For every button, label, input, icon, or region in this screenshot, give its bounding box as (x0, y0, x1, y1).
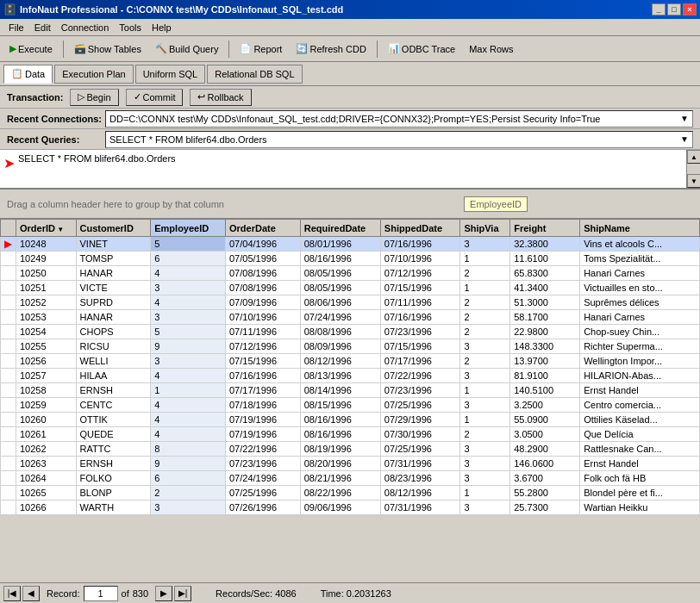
table-cell[interactable]: Rattlesnake Can... (580, 442, 700, 457)
table-cell[interactable]: 07/19/1996 (225, 427, 300, 442)
table-cell[interactable]: 10257 (16, 369, 77, 383)
table-cell[interactable]: 58.1700 (510, 310, 580, 325)
table-cell[interactable]: 08/09/1996 (300, 339, 380, 354)
table-cell[interactable]: 3 (460, 339, 510, 354)
table-row[interactable]: 10260OTTIK407/19/199608/16/199607/29/199… (1, 413, 700, 427)
table-cell[interactable]: 5 (151, 237, 226, 252)
table-cell[interactable]: ERNSH (76, 383, 151, 398)
col-header-orderid[interactable]: OrderID (16, 220, 77, 237)
menu-file[interactable]: File (3, 21, 29, 34)
table-cell[interactable]: 07/11/1996 (225, 325, 300, 339)
menu-tools[interactable]: Tools (114, 21, 147, 34)
table-cell[interactable]: 10254 (16, 325, 77, 339)
table-cell[interactable]: 10253 (16, 310, 77, 325)
table-cell[interactable]: 3 (460, 237, 510, 252)
table-cell[interactable]: 07/17/1996 (225, 383, 300, 398)
table-cell[interactable]: 07/25/1996 (380, 442, 460, 457)
table-row[interactable]: 10257HILAA407/16/199608/13/199607/22/199… (1, 369, 700, 383)
table-cell[interactable]: 10256 (16, 354, 77, 369)
table-cell[interactable]: 07/31/1996 (380, 457, 460, 471)
table-cell[interactable]: BLONP (76, 486, 151, 500)
refresh-cdd-button[interactable]: 🔄 Refresh CDD (290, 39, 372, 59)
table-cell[interactable]: 10252 (16, 295, 77, 310)
table-cell[interactable]: Hanari Carnes (580, 266, 700, 281)
table-cell[interactable]: Suprêmes délices (580, 295, 700, 310)
table-cell[interactable]: 3 (460, 442, 510, 457)
table-cell[interactable]: TOMSP (76, 252, 151, 266)
table-row[interactable]: 10259CENTC407/18/199608/15/199607/25/199… (1, 398, 700, 413)
table-cell[interactable]: Blondel père et fi... (580, 486, 700, 500)
begin-button[interactable]: ▷ Begin (70, 89, 118, 106)
nav-first[interactable]: |◀ (3, 586, 21, 601)
table-cell[interactable]: 32.3800 (510, 237, 580, 252)
table-cell[interactable]: Que Delícia (580, 427, 700, 442)
table-cell[interactable]: 4 (151, 266, 226, 281)
table-cell[interactable]: HILAA (76, 369, 151, 383)
table-cell[interactable]: 51.3000 (510, 295, 580, 310)
table-cell[interactable]: 2 (460, 310, 510, 325)
table-cell[interactable]: RATTC (76, 442, 151, 457)
table-cell[interactable]: 10265 (16, 486, 77, 500)
table-cell[interactable]: 3 (151, 281, 226, 295)
table-cell[interactable]: 07/10/1996 (380, 252, 460, 266)
table-cell[interactable]: 3 (151, 354, 226, 369)
table-cell[interactable]: 1 (460, 383, 510, 398)
table-cell[interactable]: 48.2900 (510, 442, 580, 457)
table-cell[interactable]: 2 (460, 295, 510, 310)
table-cell[interactable]: 08/08/1996 (300, 325, 380, 339)
table-cell[interactable]: 09/06/1996 (300, 500, 380, 515)
max-rows-button[interactable]: Max Rows (463, 39, 519, 59)
table-row[interactable]: 10252SUPRD407/09/199608/06/199607/11/199… (1, 295, 700, 310)
col-header-shippeddate[interactable]: ShippedDate (380, 220, 460, 237)
col-header-shipname[interactable]: ShipName (580, 220, 700, 237)
table-cell[interactable]: 07/25/1996 (225, 486, 300, 500)
show-tables-button[interactable]: 🗃️ Show Tables (68, 39, 147, 59)
table-cell[interactable]: 07/23/1996 (380, 383, 460, 398)
table-row[interactable]: 10261QUEDE407/19/199608/16/199607/30/199… (1, 427, 700, 442)
table-cell[interactable]: 25.7300 (510, 500, 580, 515)
table-cell[interactable]: 81.9100 (510, 369, 580, 383)
tab-execution-plan[interactable]: Execution Plan (54, 65, 133, 84)
table-cell[interactable]: 10258 (16, 383, 77, 398)
table-cell[interactable]: 08/16/1996 (300, 413, 380, 427)
table-cell[interactable]: 10249 (16, 252, 77, 266)
table-row[interactable]: 10255RICSU907/12/199608/09/199607/15/199… (1, 339, 700, 354)
table-cell[interactable]: 07/08/1996 (225, 266, 300, 281)
table-row[interactable]: 10253HANAR307/10/199607/24/199607/16/199… (1, 310, 700, 325)
table-cell[interactable]: 6 (151, 471, 226, 486)
table-cell[interactable]: 07/31/1996 (380, 500, 460, 515)
table-cell[interactable]: SUPRD (76, 295, 151, 310)
nav-last[interactable]: ▶| (174, 586, 191, 601)
table-cell[interactable]: 07/15/1996 (380, 281, 460, 295)
table-cell[interactable]: 10250 (16, 266, 77, 281)
table-cell[interactable]: 4 (151, 295, 226, 310)
table-row[interactable]: 10258ERNSH107/17/199608/14/199607/23/199… (1, 383, 700, 398)
close-button[interactable]: × (683, 3, 697, 16)
table-cell[interactable]: 07/10/1996 (225, 310, 300, 325)
table-cell[interactable]: 1 (460, 486, 510, 500)
table-cell[interactable]: HANAR (76, 266, 151, 281)
table-cell[interactable]: RICSU (76, 339, 151, 354)
table-cell[interactable]: Vins et alcools C... (580, 237, 700, 252)
table-cell[interactable]: 07/09/1996 (225, 295, 300, 310)
table-cell[interactable]: 4 (151, 398, 226, 413)
table-cell[interactable]: 1 (151, 383, 226, 398)
table-cell[interactable]: 07/26/1996 (225, 500, 300, 515)
table-cell[interactable]: Chop-suey Chin... (580, 325, 700, 339)
table-cell[interactable]: 08/15/1996 (300, 398, 380, 413)
table-cell[interactable]: 9 (151, 339, 226, 354)
table-cell[interactable]: 2 (460, 354, 510, 369)
rollback-button[interactable]: ↩ Rollback (190, 89, 251, 106)
table-cell[interactable]: CENTC (76, 398, 151, 413)
table-cell[interactable]: 08/14/1996 (300, 383, 380, 398)
table-cell[interactable]: 2 (460, 427, 510, 442)
table-row[interactable]: 10251VICTE307/08/199608/05/199607/15/199… (1, 281, 700, 295)
table-cell[interactable]: 2 (460, 325, 510, 339)
table-cell[interactable]: 08/05/1996 (300, 281, 380, 295)
table-cell[interactable]: 07/23/1996 (225, 457, 300, 471)
table-cell[interactable]: 08/19/1996 (300, 442, 380, 457)
table-cell[interactable]: Richter Superma... (580, 339, 700, 354)
menu-connection[interactable]: Connection (56, 21, 115, 34)
table-cell[interactable]: 07/15/1996 (225, 354, 300, 369)
table-cell[interactable]: 1 (460, 252, 510, 266)
